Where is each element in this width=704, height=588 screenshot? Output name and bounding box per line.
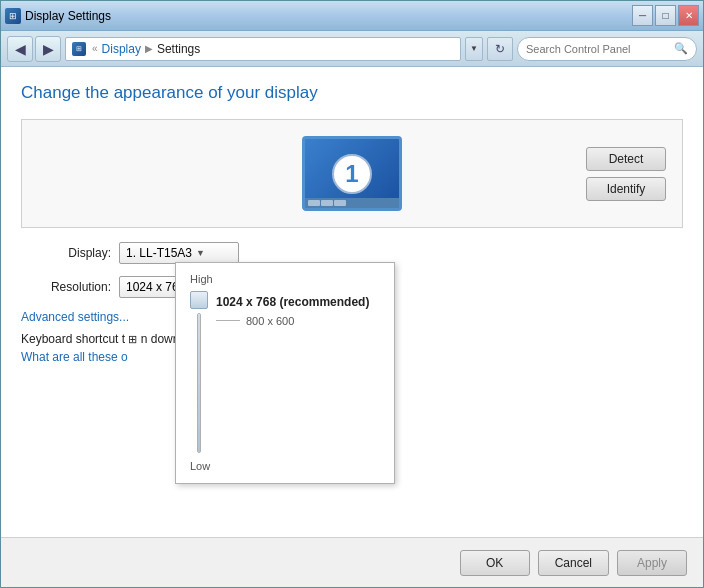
breadcrumb-sep2: ▶	[145, 43, 153, 54]
search-bar: 🔍	[517, 37, 697, 61]
taskbar-items	[308, 200, 346, 206]
refresh-button[interactable]: ↻	[487, 37, 513, 61]
monitor-number: 1	[332, 154, 372, 194]
monitor-buttons: Detect Identify	[586, 147, 666, 201]
popup-resolution-label: 1024 x 768 (recommended)	[216, 295, 380, 311]
search-icon: 🔍	[674, 42, 688, 55]
slider-handle[interactable]	[190, 291, 208, 309]
bottom-bar: OK Cancel Apply	[1, 537, 703, 587]
monitor-taskbar	[305, 198, 399, 208]
detect-button[interactable]: Detect	[586, 147, 666, 171]
back-button[interactable]: ◀	[7, 36, 33, 62]
slider-track[interactable]	[197, 313, 201, 453]
forward-button[interactable]: ▶	[35, 36, 61, 62]
keyboard-text: Keyboard shortcut t	[21, 332, 125, 346]
page-title: Change the appearance of your display	[21, 83, 683, 103]
title-bar-left: ⊞ Display Settings	[5, 8, 111, 24]
main-window: ⊞ Display Settings ─ □ ✕ ◀ ▶ ⊞ « Display…	[0, 0, 704, 588]
display-row: Display: 1. LL-T15A3 ▼	[21, 242, 683, 264]
cancel-button[interactable]: Cancel	[538, 550, 609, 576]
keyboard-suffix: n down	[141, 332, 180, 346]
search-input[interactable]	[526, 43, 670, 55]
taskbar-item	[321, 200, 333, 206]
windows-logo-icon: ⊞	[128, 333, 137, 345]
popup-high-label: High	[190, 273, 380, 285]
apply-button[interactable]: Apply	[617, 550, 687, 576]
breadcrumb-icon: ⊞	[72, 42, 86, 56]
taskbar-item	[308, 200, 320, 206]
taskbar-item	[334, 200, 346, 206]
ok-button[interactable]: OK	[460, 550, 530, 576]
maximize-button[interactable]: □	[655, 5, 676, 26]
title-bar: ⊞ Display Settings ─ □ ✕	[1, 1, 703, 31]
title-bar-controls: ─ □ ✕	[632, 5, 699, 26]
breadcrumb-display[interactable]: Display	[102, 42, 141, 56]
identify-button[interactable]: Identify	[586, 177, 666, 201]
resolution-popup: High 1024 x 768 (recommended) 800 x 600	[175, 262, 395, 484]
popup-low-text: Low	[190, 459, 380, 473]
resolution-label: Resolution:	[21, 280, 111, 294]
slider-fill	[198, 314, 200, 452]
popup-low-value: 800 x 600	[246, 315, 294, 327]
breadcrumb-sep1: «	[92, 43, 98, 54]
minimize-button[interactable]: ─	[632, 5, 653, 26]
monitor-section: 1 Detect Identify	[21, 119, 683, 228]
window-title: Display Settings	[25, 9, 111, 23]
main-content: Change the appearance of your display 1	[1, 67, 703, 537]
breadcrumb-settings: Settings	[157, 42, 200, 56]
popup-low-line	[216, 320, 240, 321]
monitor-image: 1	[302, 136, 402, 211]
popup-labels: 1024 x 768 (recommended) 800 x 600	[216, 291, 380, 327]
nav-buttons: ◀ ▶	[7, 36, 61, 62]
display-label: Display:	[21, 246, 111, 260]
address-bar: ◀ ▶ ⊞ « Display ▶ Settings ▼ ↻ 🔍	[1, 31, 703, 67]
display-arrow: ▼	[196, 248, 205, 258]
display-value: 1. LL-T15A3	[126, 246, 192, 260]
popup-low-row: 800 x 600	[216, 315, 380, 327]
close-button[interactable]: ✕	[678, 5, 699, 26]
slider-container	[190, 291, 208, 453]
breadcrumb-dropdown[interactable]: ▼	[465, 37, 483, 61]
popup-slider-area: 1024 x 768 (recommended) 800 x 600	[190, 291, 380, 453]
display-select[interactable]: 1. LL-T15A3 ▼	[119, 242, 239, 264]
breadcrumb-bar: ⊞ « Display ▶ Settings	[65, 37, 461, 61]
window-icon: ⊞	[5, 8, 21, 24]
popup-low-label-text: Low	[190, 460, 210, 472]
